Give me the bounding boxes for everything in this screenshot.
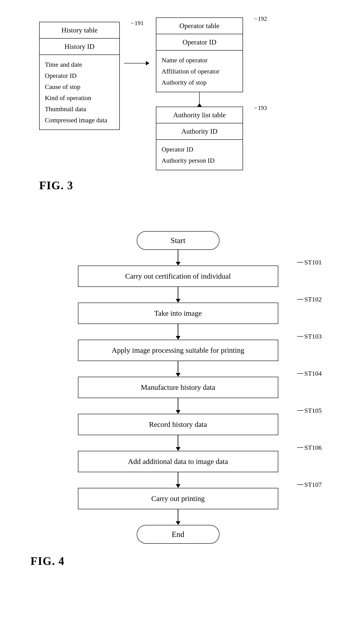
- authority-table: Authority list table Authority ID Operat…: [156, 106, 243, 170]
- authority-table-ref: ~193: [254, 104, 267, 112]
- arrow-5: [176, 435, 180, 451]
- flowchart: Start Carry out certification of individ…: [30, 231, 326, 544]
- end-oval: End: [137, 525, 219, 544]
- arrow-2: [176, 324, 180, 340]
- history-table-ref: ~191: [131, 20, 144, 26]
- st104-rect: Manufacture history data: [78, 377, 278, 398]
- operator-table-title: Operator table: [156, 18, 243, 34]
- fig4-label: FIG. 4: [30, 554, 326, 568]
- fig3-label: FIG. 3: [39, 179, 326, 192]
- st102-step: Take into image ST102: [78, 302, 278, 324]
- authority-table-fields: Operator ID Authority person ID: [156, 140, 243, 170]
- end-step: End: [137, 525, 219, 544]
- st104-step: Manufacture history data ST104: [78, 377, 278, 398]
- st105-rect: Record history data: [78, 414, 278, 435]
- operator-table: Operator table Operator ID Name of opera…: [156, 18, 243, 92]
- st107-step: Carry out printing ST107: [78, 488, 278, 509]
- history-table-id: History ID: [40, 38, 119, 55]
- st102-label: ST102: [297, 296, 322, 303]
- operator-table-fields: Name of operator Affiliation of operator…: [156, 50, 243, 92]
- operator-table-id: Operator ID: [156, 34, 243, 50]
- arrow-1: [176, 287, 180, 302]
- st103-label: ST103: [297, 333, 322, 340]
- arrow-6: [176, 472, 180, 488]
- history-table: History table History ID Time and date O…: [39, 22, 120, 130]
- arrow-7: [176, 509, 180, 525]
- operator-table-ref: ~192: [254, 15, 267, 22]
- st105-step: Record history data ST105: [78, 414, 278, 435]
- arrow-3: [176, 361, 180, 377]
- st104-label: ST104: [297, 370, 322, 377]
- page: History table History ID Time and date O…: [0, 0, 356, 644]
- authority-table-id: Authority ID: [156, 124, 243, 140]
- st107-label: ST107: [297, 481, 322, 488]
- history-table-title: History table: [40, 22, 119, 38]
- st106-label: ST106: [297, 444, 322, 451]
- st106-step: Add additional data to image data ST106: [78, 451, 278, 472]
- start-step: Start: [137, 231, 219, 250]
- st102-rect: Take into image: [78, 302, 278, 324]
- st107-rect: Carry out printing: [78, 488, 278, 509]
- start-oval: Start: [137, 231, 219, 250]
- authority-table-title: Authority list table: [156, 107, 243, 124]
- arrow-0: [176, 250, 180, 266]
- st103-rect: Apply image processing suitable for prin…: [78, 340, 278, 361]
- st101-step: Carry out certification of individual ST…: [78, 266, 278, 287]
- arrow-4: [176, 398, 180, 414]
- st101-label: ST101: [297, 258, 322, 266]
- st103-step: Apply image processing suitable for prin…: [78, 340, 278, 361]
- st101-rect: Carry out certification of individual: [78, 266, 278, 287]
- history-table-fields: Time and date Operator ID Cause of stop …: [40, 55, 119, 130]
- st105-label: ST105: [297, 407, 322, 414]
- st106-rect: Add additional data to image data: [78, 451, 278, 472]
